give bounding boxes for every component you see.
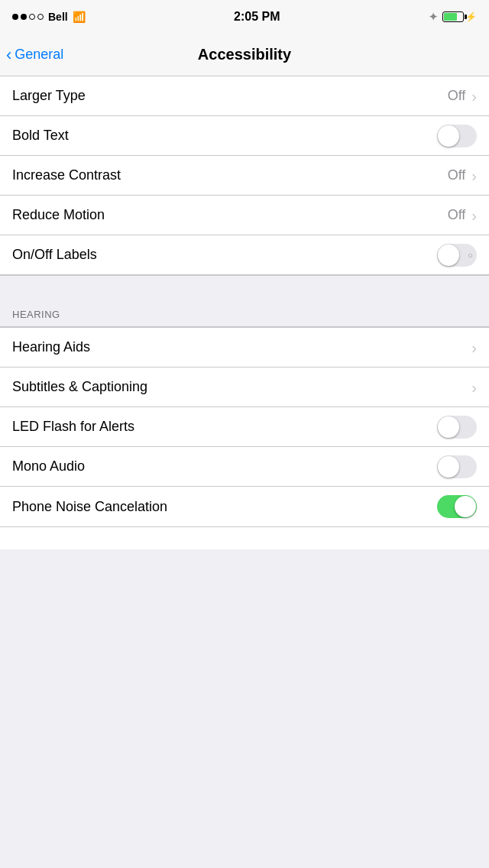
phone-noise-toggle[interactable] xyxy=(437,495,477,518)
increase-contrast-label: Increase Contrast xyxy=(12,167,121,183)
row-hearing-aids[interactable]: Hearing Aids › xyxy=(0,328,489,368)
row-onoff-labels[interactable]: On/Off Labels ○ xyxy=(0,235,489,275)
phone-noise-toggle-thumb xyxy=(455,496,476,517)
subtitles-captioning-chevron-icon: › xyxy=(471,380,477,395)
reduce-motion-value: Off xyxy=(448,207,466,223)
row-subtitles-captioning[interactable]: Subtitles & Captioning › xyxy=(0,368,489,407)
onoff-labels-toggle[interactable]: ○ xyxy=(437,244,477,267)
larger-type-value: Off xyxy=(448,88,466,104)
hearing-aids-label: Hearing Aids xyxy=(12,339,90,355)
reduce-motion-label: Reduce Motion xyxy=(12,207,105,223)
onoff-labels-toggle-thumb xyxy=(438,245,459,266)
status-time: 2:05 PM xyxy=(234,10,280,24)
row-increase-contrast[interactable]: Increase Contrast Off › xyxy=(0,156,489,196)
phone-noise-right xyxy=(437,495,477,518)
row-larger-type[interactable]: Larger Type Off › xyxy=(0,76,489,116)
signal-dot-1 xyxy=(12,14,18,20)
hearing-aids-right: › xyxy=(471,340,477,355)
carrier-label: Bell xyxy=(48,11,68,23)
phone-noise-label: Phone Noise Cancelation xyxy=(12,499,167,515)
reduce-motion-chevron-icon: › xyxy=(471,208,477,223)
charging-icon: ⚡ xyxy=(465,11,477,22)
signal-dot-2 xyxy=(21,14,27,20)
wifi-icon: 📶 xyxy=(73,11,86,23)
bottom-partial-row xyxy=(0,526,489,549)
battery-fill xyxy=(444,13,457,21)
bold-text-toggle-thumb xyxy=(438,125,459,147)
row-phone-noise[interactable]: Phone Noise Cancelation xyxy=(0,487,489,526)
bold-text-toggle[interactable] xyxy=(437,125,477,147)
nav-bar: ‹ General Accessibility xyxy=(0,34,489,76)
increase-contrast-value: Off xyxy=(448,167,466,183)
back-chevron-icon: ‹ xyxy=(6,47,11,63)
mono-audio-toggle-thumb xyxy=(438,456,459,478)
battery-container: ⚡ xyxy=(442,11,477,22)
onoff-labels-label: On/Off Labels xyxy=(12,247,97,263)
status-right: ✦ ⚡ xyxy=(429,11,477,23)
increase-contrast-chevron-icon: › xyxy=(471,168,477,183)
signal-dot-3 xyxy=(29,14,35,20)
subtitles-captioning-right: › xyxy=(471,380,477,395)
page-title: Accessibility xyxy=(198,46,291,63)
row-bold-text[interactable]: Bold Text xyxy=(0,116,489,156)
back-button[interactable]: ‹ General xyxy=(6,47,63,63)
bold-text-right xyxy=(437,125,477,147)
larger-type-chevron-icon: › xyxy=(471,89,477,104)
led-flash-right xyxy=(437,416,477,439)
row-led-flash[interactable]: LED Flash for Alerts xyxy=(0,407,489,447)
signal-dots xyxy=(12,14,44,20)
back-label: General xyxy=(15,47,63,63)
larger-type-right: Off › xyxy=(448,88,477,104)
subtitles-captioning-label: Subtitles & Captioning xyxy=(12,379,147,395)
hearing-section-header: HEARING xyxy=(0,303,489,327)
mono-audio-toggle[interactable] xyxy=(437,455,477,478)
battery-icon xyxy=(442,11,464,22)
hearing-divider xyxy=(0,275,489,303)
mono-audio-right xyxy=(437,455,477,478)
bluetooth-icon: ✦ xyxy=(429,11,438,23)
row-mono-audio[interactable]: Mono Audio xyxy=(0,447,489,487)
led-flash-toggle[interactable] xyxy=(437,416,477,439)
mono-audio-label: Mono Audio xyxy=(12,458,85,474)
hearing-group: Hearing Aids › Subtitles & Captioning › … xyxy=(0,327,489,526)
larger-type-label: Larger Type xyxy=(12,88,86,104)
led-flash-label: LED Flash for Alerts xyxy=(12,419,134,435)
bold-text-label: Bold Text xyxy=(12,128,69,144)
increase-contrast-right: Off › xyxy=(448,167,477,183)
led-flash-toggle-thumb xyxy=(438,416,459,438)
vision-group: Larger Type Off › Bold Text Increase Con… xyxy=(0,76,489,275)
signal-dot-4 xyxy=(37,14,44,20)
onoff-labels-right: ○ xyxy=(437,244,477,267)
hearing-header-label: HEARING xyxy=(12,309,60,320)
row-reduce-motion[interactable]: Reduce Motion Off › xyxy=(0,196,489,235)
status-left: Bell 📶 xyxy=(12,11,86,23)
reduce-motion-right: Off › xyxy=(448,207,477,223)
status-bar: Bell 📶 2:05 PM ✦ ⚡ xyxy=(0,0,489,34)
hearing-aids-chevron-icon: › xyxy=(471,340,477,355)
onoff-o-label: ○ xyxy=(468,251,473,260)
